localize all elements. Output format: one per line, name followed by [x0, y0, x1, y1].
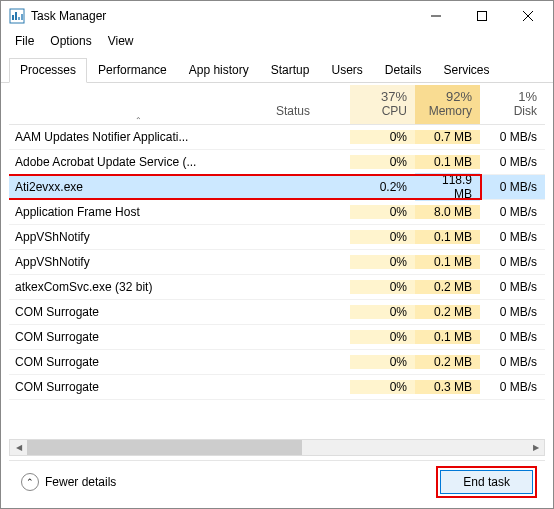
table-row[interactable]: atkexComSvc.exe (32 bit)0%0.2 MB0 MB/s: [9, 275, 545, 300]
tab-users[interactable]: Users: [320, 58, 373, 83]
process-cpu: 0%: [350, 155, 415, 169]
process-disk: 0 MB/s: [480, 280, 545, 294]
table-row[interactable]: COM Surrogate0%0.3 MB0 MB/s: [9, 375, 545, 400]
process-memory: 0.7 MB: [415, 130, 480, 144]
column-status[interactable]: Status: [268, 100, 350, 124]
process-memory: 0.3 MB: [415, 380, 480, 394]
table-row[interactable]: AAM Updates Notifier Applicati...0%0.7 M…: [9, 125, 545, 150]
process-disk: 0 MB/s: [480, 205, 545, 219]
process-memory: 0.2 MB: [415, 305, 480, 319]
process-memory: 0.1 MB: [415, 230, 480, 244]
process-disk: 0 MB/s: [480, 130, 545, 144]
svg-rect-1: [12, 15, 14, 20]
process-memory: 0.1 MB: [415, 255, 480, 269]
process-name: Ati2evxx.exe: [9, 180, 268, 194]
process-memory: 0.2 MB: [415, 280, 480, 294]
scroll-left-icon[interactable]: ◀: [10, 440, 27, 455]
process-name: atkexComSvc.exe (32 bit): [9, 280, 268, 294]
table-rows: AAM Updates Notifier Applicati...0%0.7 M…: [9, 125, 545, 439]
table-row[interactable]: Ati2evxx.exe0.2%118.9 MB0 MB/s: [9, 175, 545, 200]
menu-file[interactable]: File: [7, 32, 42, 50]
process-cpu: 0%: [350, 280, 415, 294]
table-row[interactable]: Application Frame Host0%8.0 MB0 MB/s: [9, 200, 545, 225]
process-cpu: 0%: [350, 355, 415, 369]
minimize-button[interactable]: [413, 1, 459, 31]
menu-options[interactable]: Options: [42, 32, 99, 50]
horizontal-scrollbar[interactable]: ◀ ▶: [9, 439, 545, 456]
column-disk[interactable]: 1%Disk: [480, 85, 545, 124]
menubar: File Options View: [1, 31, 553, 51]
process-disk: 0 MB/s: [480, 230, 545, 244]
tab-performance[interactable]: Performance: [87, 58, 178, 83]
process-cpu: 0%: [350, 230, 415, 244]
process-memory: 118.9 MB: [415, 173, 480, 201]
table-row[interactable]: Adobe Acrobat Update Service (...0%0.1 M…: [9, 150, 545, 175]
window-title: Task Manager: [31, 9, 413, 23]
process-memory: 0.1 MB: [415, 330, 480, 344]
table-row[interactable]: COM Surrogate0%0.2 MB0 MB/s: [9, 300, 545, 325]
menu-view[interactable]: View: [100, 32, 142, 50]
scroll-track[interactable]: [27, 440, 527, 455]
process-cpu: 0%: [350, 255, 415, 269]
svg-rect-3: [18, 17, 20, 20]
process-cpu: 0.2%: [350, 180, 415, 194]
footer: ⌃ Fewer details End task: [9, 460, 545, 502]
maximize-button[interactable]: [459, 1, 505, 31]
process-name: Application Frame Host: [9, 205, 268, 219]
close-button[interactable]: [505, 1, 551, 31]
svg-rect-2: [15, 12, 17, 20]
process-cpu: 0%: [350, 380, 415, 394]
fewer-details-button[interactable]: ⌃ Fewer details: [21, 473, 116, 491]
process-disk: 0 MB/s: [480, 155, 545, 169]
process-memory: 0.2 MB: [415, 355, 480, 369]
tab-processes[interactable]: Processes: [9, 58, 87, 83]
tab-startup[interactable]: Startup: [260, 58, 321, 83]
svg-rect-6: [478, 12, 487, 21]
titlebar: Task Manager: [1, 1, 553, 31]
tab-app-history[interactable]: App history: [178, 58, 260, 83]
table-row[interactable]: COM Surrogate0%0.1 MB0 MB/s: [9, 325, 545, 350]
process-disk: 0 MB/s: [480, 255, 545, 269]
end-task-button[interactable]: End task: [440, 470, 533, 494]
column-cpu[interactable]: 37%CPU: [350, 85, 415, 124]
tab-services[interactable]: Services: [433, 58, 501, 83]
process-cpu: 0%: [350, 130, 415, 144]
process-name: AAM Updates Notifier Applicati...: [9, 130, 268, 144]
process-name: Adobe Acrobat Update Service (...: [9, 155, 268, 169]
scroll-right-icon[interactable]: ▶: [527, 440, 544, 455]
column-name[interactable]: ⌃Name: [9, 114, 268, 124]
process-disk: 0 MB/s: [480, 355, 545, 369]
table-row[interactable]: AppVShNotify0%0.1 MB0 MB/s: [9, 225, 545, 250]
process-memory: 0.1 MB: [415, 155, 480, 169]
svg-rect-4: [21, 14, 23, 20]
table-row[interactable]: COM Surrogate0%0.2 MB0 MB/s: [9, 350, 545, 375]
process-name: COM Surrogate: [9, 355, 268, 369]
table-header: ⌃Name Status 37%CPU 92%Memory 1%Disk: [9, 83, 545, 125]
process-disk: 0 MB/s: [480, 380, 545, 394]
app-icon: [9, 8, 25, 24]
tab-details[interactable]: Details: [374, 58, 433, 83]
process-disk: 0 MB/s: [480, 180, 545, 194]
fewer-details-label: Fewer details: [45, 475, 116, 489]
process-memory: 8.0 MB: [415, 205, 480, 219]
process-disk: 0 MB/s: [480, 305, 545, 319]
process-name: AppVShNotify: [9, 255, 268, 269]
process-name: COM Surrogate: [9, 330, 268, 344]
tab-bar: Processes Performance App history Startu…: [1, 51, 553, 83]
process-cpu: 0%: [350, 305, 415, 319]
process-cpu: 0%: [350, 205, 415, 219]
chevron-up-icon: ⌃: [21, 473, 39, 491]
sort-asc-icon: ⌃: [135, 116, 142, 125]
process-name: COM Surrogate: [9, 380, 268, 394]
scroll-thumb[interactable]: [27, 440, 302, 455]
column-memory[interactable]: 92%Memory: [415, 85, 480, 124]
process-cpu: 0%: [350, 330, 415, 344]
process-table: ⌃Name Status 37%CPU 92%Memory 1%Disk AAM…: [1, 83, 553, 439]
process-name: COM Surrogate: [9, 305, 268, 319]
process-disk: 0 MB/s: [480, 330, 545, 344]
table-row[interactable]: AppVShNotify0%0.1 MB0 MB/s: [9, 250, 545, 275]
process-name: AppVShNotify: [9, 230, 268, 244]
